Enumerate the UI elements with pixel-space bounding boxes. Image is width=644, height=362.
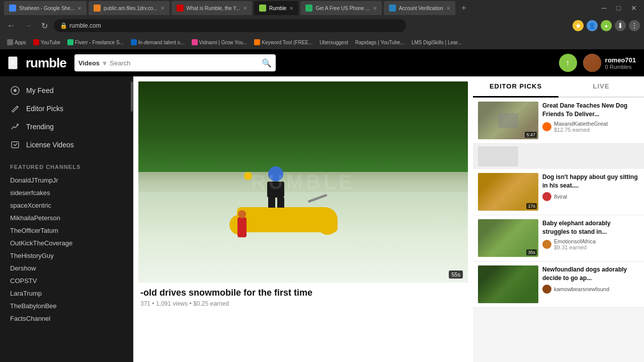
- channel-earnings: $9.31 earned: [554, 244, 596, 250]
- tab-close[interactable]: ✕: [77, 6, 82, 11]
- site-logo: rumble: [26, 55, 66, 71]
- trending-icon: [10, 122, 20, 132]
- card-title: Baby elephant adorably struggles to stan…: [542, 219, 639, 236]
- close-button[interactable]: ✕: [628, 3, 640, 13]
- tab-editor-picks[interactable]: EDITOR PICKS: [473, 76, 558, 98]
- overlay-thumb: [478, 146, 518, 166]
- channel-thehistoryguy[interactable]: TheHistoryGuy: [10, 249, 123, 262]
- channel-name: kamowbearsnewfound: [554, 286, 609, 292]
- bookmark-youtube[interactable]: YouTube: [30, 38, 63, 46]
- channel-mikhailapeterson[interactable]: MikhailaPeterson: [10, 212, 123, 224]
- bookmark-apps[interactable]: Apps: [4, 38, 29, 46]
- video-meta: 371 • 1,091 views • $0.25 earned: [138, 300, 468, 307]
- user-menu[interactable]: romeo701 0 Rumbles: [583, 54, 636, 72]
- tab-close[interactable]: ✕: [243, 6, 247, 11]
- search-bar[interactable]: Videos ▾ 🔍: [74, 54, 276, 71]
- bookmark-indemand[interactable]: In-demand talent o...: [128, 38, 188, 46]
- channel-dershow[interactable]: Dershow: [10, 262, 123, 275]
- tab-bar: Shaheen - Google She... ✕ public.am.file…: [0, 0, 644, 16]
- refresh-button[interactable]: ↻: [38, 20, 51, 32]
- back-button[interactable]: ←: [4, 20, 18, 31]
- channel-thebabylonbee[interactable]: TheBabylonBee: [10, 300, 123, 312]
- license-icon: [10, 140, 20, 150]
- app-container: ✕ rumble Videos ▾ 🔍 ↑ romeo701 0 Rumbles: [0, 49, 644, 362]
- bookmark-ubersuggest[interactable]: Ubersuggest: [316, 39, 351, 46]
- tab-close[interactable]: ✕: [289, 6, 293, 11]
- bookmark-rapidtags[interactable]: Rapidags | YouTube...: [352, 39, 408, 46]
- notif-icon[interactable]: ●: [601, 20, 612, 31]
- tab-label: Get A Free US Phone ...: [315, 6, 369, 11]
- card-info: Baby elephant adorably struggles to stan…: [542, 219, 639, 257]
- channel-copstv[interactable]: COPSTV: [10, 275, 123, 287]
- main-video-player[interactable]: RUMBLE 55s: [138, 81, 468, 283]
- video-card-newfoundland[interactable]: Newfoundland dogs adorably decide to go …: [473, 261, 644, 308]
- tab-rumble[interactable]: Rumble ✕: [254, 1, 298, 15]
- upload-button[interactable]: ↑: [559, 54, 577, 72]
- tab-phone[interactable]: Get A Free US Phone ... ✕: [300, 1, 381, 15]
- tab-shaheen[interactable]: Shaheen - Google She... ✕: [4, 1, 87, 15]
- scrollbar[interactable]: [131, 81, 133, 112]
- search-button[interactable]: 🔍: [262, 58, 272, 68]
- video-frame: RUMBLE 55s: [138, 81, 468, 283]
- video-card-dog-seat[interactable]: 17s Dog isn't happy about guy sitting in…: [473, 169, 644, 215]
- video-scene: RUMBLE 55s: [138, 81, 468, 283]
- search-type-label: Videos: [78, 59, 100, 67]
- sidebar-item-editor-picks[interactable]: Editor Picks: [0, 100, 131, 118]
- bookmark-keyword[interactable]: Keyword Tool (FREE...: [251, 38, 315, 46]
- sidebar-item-license-videos[interactable]: License Videos: [0, 136, 133, 154]
- browser-actions: ★ 👤 ● ⬇ ⋮: [573, 20, 640, 31]
- bookmark-lms[interactable]: LMS DigiSkills | Lear...: [409, 39, 465, 46]
- tab-what[interactable]: What is Rumble, the Y... ✕: [172, 1, 252, 15]
- forward-button[interactable]: →: [21, 20, 35, 31]
- new-tab-button[interactable]: +: [457, 3, 471, 14]
- thumb-image: [478, 265, 538, 303]
- video-card-great-dane[interactable]: 5:47 Great Dane Teaches New Dog Friends …: [473, 98, 644, 144]
- card-title: Great Dane Teaches New Dog Friends To De…: [542, 102, 639, 119]
- main-content: My Feed Editor Picks: [0, 76, 644, 362]
- channel-avatar: [542, 285, 551, 294]
- upload-icon: ↑: [566, 58, 570, 68]
- channel-avatar: [542, 240, 551, 249]
- tab-public[interactable]: public.am.files.1drv.co... ✕: [89, 1, 170, 15]
- tab-close[interactable]: ✕: [373, 6, 377, 11]
- bookmark-vidnami[interactable]: Vidnami | Grow You...: [189, 38, 251, 46]
- channel-laratrump[interactable]: LaraTrump: [10, 287, 123, 300]
- video-card-baby-elephant[interactable]: 35s Baby elephant adorably struggles to …: [473, 215, 644, 261]
- sidebar: My Feed Editor Picks: [0, 76, 133, 362]
- sidebar-item-trending[interactable]: Trending: [0, 118, 133, 136]
- minimize-button[interactable]: ─: [599, 3, 610, 13]
- tab-close[interactable]: ✕: [160, 6, 165, 11]
- tab-close[interactable]: ✕: [446, 6, 450, 11]
- channel-spacexcentric[interactable]: spaceXcentric: [10, 199, 123, 212]
- maximize-button[interactable]: □: [614, 3, 624, 13]
- overlay-card: [473, 144, 644, 169]
- nav-section: My Feed Editor Picks: [0, 76, 133, 159]
- nav-label: License Videos: [26, 141, 74, 149]
- settings-icon[interactable]: ⋮: [629, 20, 640, 31]
- tab-live[interactable]: LIVE: [558, 76, 644, 97]
- address-bar[interactable]: 🔒 rumble.com: [54, 19, 406, 32]
- video-duration: 5:47: [525, 132, 537, 138]
- sidebar-item-my-feed[interactable]: My Feed: [0, 81, 131, 100]
- extensions-icon[interactable]: ★: [573, 20, 584, 31]
- avatar-image: [583, 54, 601, 72]
- download-icon[interactable]: ⬇: [615, 20, 626, 31]
- thumb-placeholder: [498, 113, 518, 128]
- channel-factschannel[interactable]: FactsChannel: [10, 312, 123, 325]
- bookmark-fiverr[interactable]: Fiverr - Freelance S...: [64, 38, 127, 46]
- search-input[interactable]: [110, 59, 259, 67]
- lock-icon: 🔒: [60, 22, 67, 29]
- rider-helmet: [268, 166, 283, 182]
- right-panel: EDITOR PICKS LIVE 5:47 Great Dane Teache…: [473, 76, 644, 362]
- tab-verify[interactable]: Account Verification ✕: [384, 1, 455, 15]
- profile-icon[interactable]: 👤: [587, 20, 598, 31]
- person-head: [238, 210, 246, 218]
- channel-theofficertatum[interactable]: TheOfficerTatum: [10, 224, 123, 237]
- channel-outkickthecoverage[interactable]: OutKickTheCoverage: [10, 237, 123, 249]
- channel-sideserfcakes[interactable]: sideserfcakes: [10, 187, 123, 199]
- bookmarks-bar: Apps YouTube Fiverr - Freelance S... In-…: [0, 35, 644, 49]
- menu-close-button[interactable]: ✕: [8, 56, 18, 69]
- header-right: ↑ romeo701 0 Rumbles: [559, 54, 636, 72]
- channel-donaldjtrumpjr[interactable]: DonaldJTrumpJr: [10, 174, 123, 187]
- browser-chrome: Shaheen - Google She... ✕ public.am.file…: [0, 0, 644, 49]
